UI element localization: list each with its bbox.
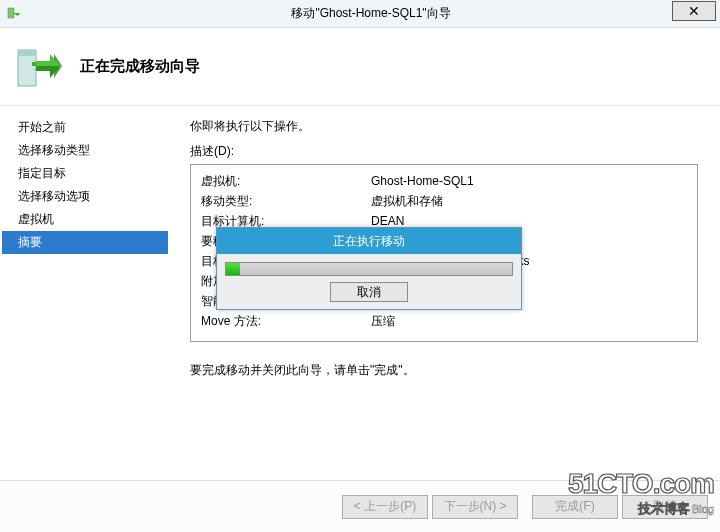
close-icon: ✕	[688, 4, 700, 18]
progress-bar	[225, 262, 513, 276]
next-button[interactable]: 下一步(N) >	[432, 495, 518, 519]
wizard-header: 正在完成移动向导	[0, 28, 720, 106]
progress-fill	[226, 263, 240, 275]
sidebar-item-vm[interactable]: 虚拟机	[2, 208, 168, 231]
sidebar-item-summary[interactable]: 摘要	[2, 231, 168, 254]
watermark: 51CTO.com 技术博客Blog	[568, 468, 714, 518]
watermark-blog: Blog	[692, 503, 714, 515]
titlebar: 移动"Ghost-Home-SQL1"向导 ✕	[0, 0, 720, 28]
page-title: 正在完成移动向导	[80, 57, 200, 76]
progress-title: 正在执行移动	[217, 228, 521, 254]
intro-text: 你即将执行以下操作。	[190, 118, 698, 135]
app-icon	[6, 6, 22, 22]
summary-row: 移动类型: 虚拟机和存储	[201, 191, 687, 211]
summary-row: Move 方法: 压缩	[201, 311, 687, 331]
close-button[interactable]: ✕	[672, 1, 716, 21]
sidebar-item-target[interactable]: 指定目标	[2, 162, 168, 185]
sidebar-item-before-begin[interactable]: 开始之前	[2, 116, 168, 139]
watermark-text: 技术博客	[638, 501, 690, 516]
svg-rect-2	[18, 50, 36, 56]
summary-row: 虚拟机: Ghost-Home-SQL1	[201, 171, 687, 191]
prev-button[interactable]: < 上一步(P)	[342, 495, 428, 519]
sidebar-item-move-type[interactable]: 选择移动类型	[2, 139, 168, 162]
watermark-domain: 51CTO.com	[568, 468, 714, 500]
sidebar: 开始之前 选择移动类型 指定目标 选择移动选项 虚拟机 摘要	[0, 106, 168, 480]
wizard-icon	[14, 42, 64, 92]
sidebar-item-move-options[interactable]: 选择移动选项	[2, 185, 168, 208]
progress-dialog: 正在执行移动 取消	[216, 227, 522, 310]
window-title: 移动"Ghost-Home-SQL1"向导	[22, 5, 720, 22]
progress-cancel-button[interactable]: 取消	[330, 282, 408, 302]
wizard-window: 移动"Ghost-Home-SQL1"向导 ✕ 正在完成移动向导 开始之前 选择…	[0, 0, 720, 532]
description-label: 描述(D):	[190, 143, 698, 160]
finish-hint: 要完成移动并关闭此向导，请单击"完成"。	[190, 362, 698, 379]
